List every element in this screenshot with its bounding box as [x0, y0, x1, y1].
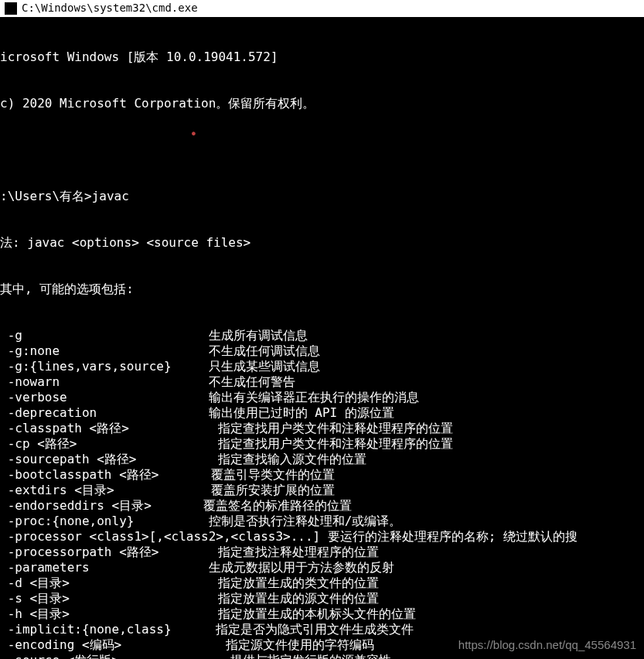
copyright-line: c) 2020 Microsoft Corporation。保留所有权利。	[0, 96, 644, 111]
prompt-line: :\Users\有名>javac	[0, 189, 644, 204]
option-line: -classpath <路径> 指定查找用户类文件和注释处理程序的位置	[0, 421, 644, 436]
version-line: icrosoft Windows [版本 10.0.19041.572]	[0, 50, 644, 65]
window-title-bar: C:\Windows\system32\cmd.exe	[0, 0, 644, 17]
option-line: -d <目录> 指定放置生成的类文件的位置	[0, 575, 644, 591]
option-line: -proc:{none,only} 控制是否执行注释处理和/或编译。	[0, 514, 644, 529]
option-line: -s <目录> 指定放置生成的源文件的位置	[0, 591, 644, 606]
blank-line	[0, 142, 644, 158]
option-line: -nowarn 不生成任何警告	[0, 374, 644, 390]
option-line: -endorseddirs <目录> 覆盖签名的标准路径的位置	[0, 498, 644, 514]
option-line: -processorpath <路径> 指定查找注释处理程序的位置	[0, 545, 644, 560]
terminal-output[interactable]: icrosoft Windows [版本 10.0.19041.572] c) …	[0, 17, 644, 660]
option-line: -deprecation 输出使用已过时的 API 的源位置	[0, 405, 644, 421]
option-line: -bootclasspath <路径> 覆盖引导类文件的位置	[0, 467, 644, 483]
cmd-icon	[5, 2, 17, 15]
option-line: -source <发行版> 提供与指定发行版的源兼容性	[0, 653, 644, 660]
usage-line: 法: javac <options> <source files>	[0, 235, 644, 251]
option-line: -g 生成所有调试信息	[0, 328, 644, 343]
watermark: https://blog.csdn.net/qq_45564931	[458, 638, 636, 653]
option-line: -parameters 生成元数据以用于方法参数的反射	[0, 560, 644, 575]
option-line: -extdirs <目录> 覆盖所安装扩展的位置	[0, 483, 644, 498]
options-intro-line: 其中, 可能的选项包括:	[0, 282, 644, 297]
option-line: -cp <路径> 指定查找用户类文件和注释处理程序的位置	[0, 436, 644, 452]
option-line: -g:none 不生成任何调试信息	[0, 343, 644, 359]
option-line: -implicit:{none,class} 指定是否为隐式引用文件生成类文件	[0, 622, 644, 637]
option-line: -g:{lines,vars,source} 只生成某些调试信息	[0, 359, 644, 374]
window-title: C:\Windows\system32\cmd.exe	[22, 2, 198, 15]
red-dot-marker: ●	[192, 130, 196, 138]
option-line: -sourcepath <路径> 指定查找输入源文件的位置	[0, 452, 644, 467]
option-line: -h <目录> 指定放置生成的本机标头文件的位置	[0, 606, 644, 622]
option-line: -processor <class1>[,<class2>,<class3>..…	[0, 529, 644, 545]
option-line: -verbose 输出有关编译器正在执行的操作的消息	[0, 390, 644, 405]
